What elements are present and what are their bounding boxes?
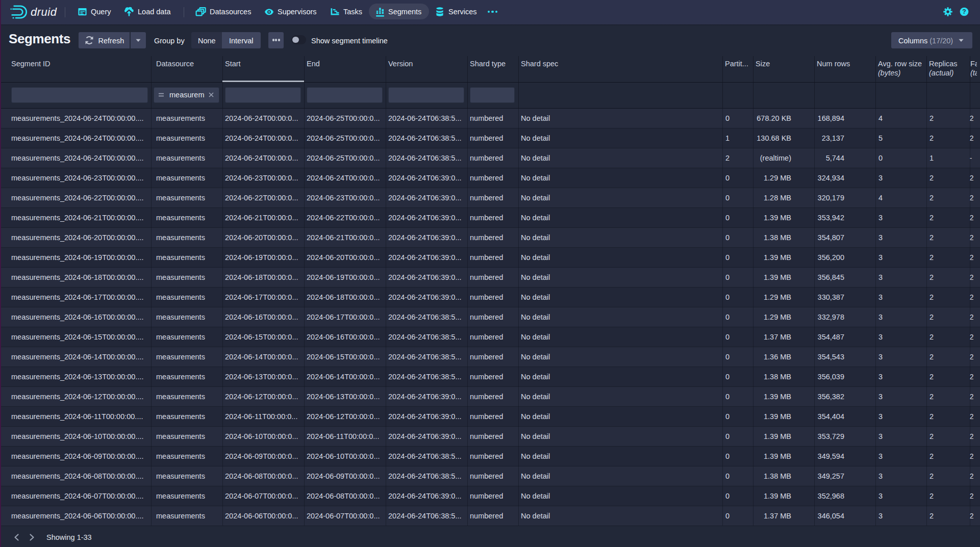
svg-text:?: ? [962,8,966,15]
